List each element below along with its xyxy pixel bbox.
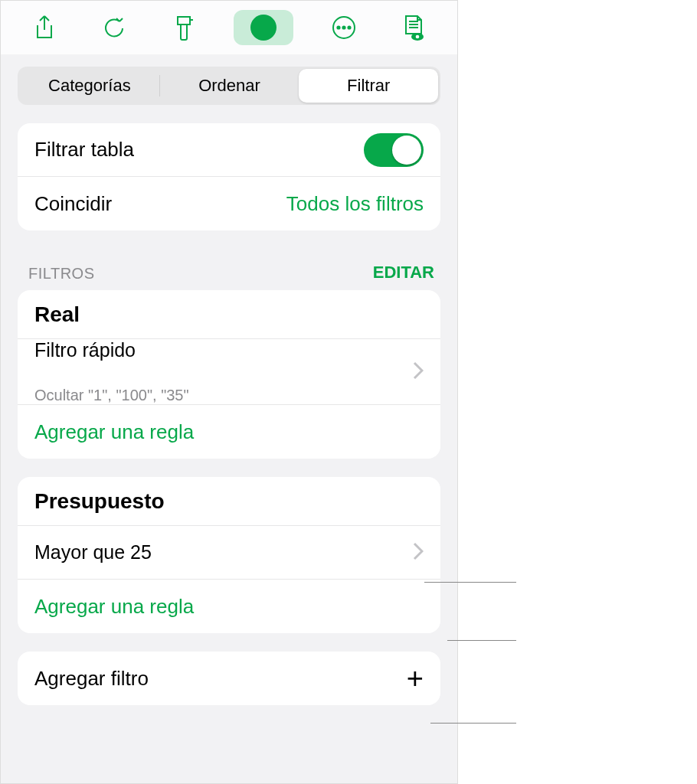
match-row[interactable]: Coincidir Todos los filtros [18,177,440,230]
filter-table-label: Filtrar tabla [34,138,364,162]
undo-icon[interactable] [95,8,133,47]
rule-row[interactable]: Mayor que 25 [18,526,440,580]
quick-filter-label: Filtro rápido [34,339,136,385]
quick-filter-row[interactable]: Filtro rápido Ocultar "1", "100", "35" [18,339,440,405]
add-filter-label: Agregar filtro [34,667,407,691]
add-rule-presupuesto[interactable]: Agregar una regla [18,580,440,633]
brush-icon[interactable] [165,8,203,47]
add-rule-label: Agregar una regla [34,420,194,444]
share-icon[interactable] [25,8,64,47]
callout-line [430,723,516,724]
edit-filters-button[interactable]: EDITAR [373,263,434,283]
chevron-right-icon [413,361,424,383]
add-rule-real[interactable]: Agregar una regla [18,405,440,459]
match-label: Coincidir [34,192,286,216]
segmented-control-wrap: Categorías Ordenar Filtrar [1,54,457,105]
tab-sort[interactable]: Ordenar [160,69,299,103]
group-header-presupuesto: Presupuesto [18,477,440,526]
filter-panel: Categorías Ordenar Filtrar Filtrar tabla… [0,0,458,784]
quick-filter-detail: Ocultar "1", "100", "35" [34,387,189,404]
filter-settings-card: Filtrar tabla Coincidir Todos los filtro… [18,123,440,230]
chevron-right-icon [413,542,424,564]
segmented-control: Categorías Ordenar Filtrar [18,67,440,105]
group-title: Presupuesto [34,489,424,514]
filter-group-presupuesto: Presupuesto Mayor que 25 Agregar una reg… [18,477,440,633]
filter-table-row: Filtrar tabla [18,123,440,177]
filter-table-toggle[interactable] [364,133,424,167]
filters-section-header: FILTROS EDITAR [28,263,434,283]
annotation-area [458,0,697,784]
group-header-real: Real [18,290,440,339]
filters-section-title: FILTROS [28,265,94,283]
organize-icon[interactable] [234,10,293,45]
add-filter-row[interactable]: Agregar filtro + [18,652,440,705]
svg-point-5 [415,35,419,39]
tab-categories[interactable]: Categorías [20,69,159,103]
add-filter-card: Agregar filtro + [18,652,440,705]
document-view-icon[interactable] [394,8,433,47]
add-rule-label: Agregar una regla [34,595,194,619]
match-value: Todos los filtros [286,192,424,216]
callout-line [424,582,516,583]
tab-filter[interactable]: Filtrar [299,69,438,103]
rule-label: Mayor que 25 [34,541,413,564]
svg-point-2 [342,26,345,28]
svg-point-1 [337,26,339,28]
toolbar [1,1,457,54]
filter-group-real: Real Filtro rápido Ocultar "1", "100", "… [18,290,440,459]
callout-line [447,640,516,641]
more-icon[interactable] [325,8,363,47]
svg-point-3 [348,26,350,28]
group-title: Real [34,302,424,327]
